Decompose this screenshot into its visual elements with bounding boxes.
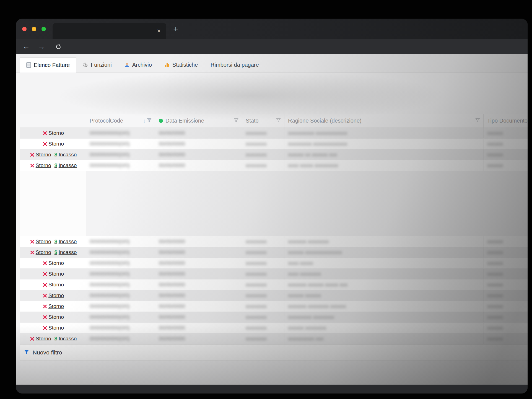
column-label: Tipo Documento <box>487 118 528 124</box>
incasso-link[interactable]: $Incasso <box>55 162 77 169</box>
filter-icon[interactable] <box>276 118 281 124</box>
storno-link[interactable]: Storno <box>43 260 64 266</box>
filter-icon[interactable] <box>234 118 238 124</box>
redacted-text: xxxxxxxx <box>246 152 267 158</box>
storno-link[interactable]: Storno <box>43 141 64 147</box>
column-tipo-documento[interactable]: Tipo Documento <box>484 114 528 128</box>
filter-icon[interactable] <box>475 118 480 124</box>
storno-link[interactable]: Storno <box>43 271 64 277</box>
sort-desc-icon[interactable]: ↓ <box>143 118 146 124</box>
reload-icon[interactable] <box>54 39 63 54</box>
minimize-window-button[interactable] <box>32 27 36 31</box>
cell-tipo-documento: xxxxxx <box>484 149 528 160</box>
redacted-text: xxxxxx <box>487 260 503 266</box>
forward-icon[interactable]: → <box>37 39 46 54</box>
filter-icon[interactable] <box>147 118 152 124</box>
redacted-text: 0000000000(0/0) <box>90 249 130 255</box>
column-ragione-sociale[interactable]: Ragione Sociale (descrizione) <box>284 114 484 128</box>
table-row: Storno0000000000(0/0)00/00/0000xxxxxxxxx… <box>20 301 528 312</box>
cell-protocolcode: 0000000000(0/0) <box>86 128 155 138</box>
maximize-window-button[interactable] <box>41 27 46 31</box>
cancel-x-icon <box>43 272 47 276</box>
tab-rimborsi-da-pagare[interactable]: Rimborsi da pagare <box>204 57 265 72</box>
action-label: Storno <box>48 141 64 147</box>
redacted-text: 00/00/0000 <box>159 271 185 277</box>
cell-ragione-sociale: xxxxxxx xxxxxx xxxxx xxx <box>284 279 484 290</box>
redacted-text: 0000000000(0/0) <box>90 336 130 342</box>
dollar-icon: $ <box>55 336 57 341</box>
browser-tab[interactable]: × <box>53 23 166 39</box>
new-tab-icon[interactable]: + <box>173 25 178 33</box>
dollar-icon: $ <box>55 163 57 168</box>
storno-link[interactable]: Storno <box>30 249 51 255</box>
cell-protocolcode: 0000000000(0/0) <box>86 269 155 279</box>
redacted-text: 0000000000(0/0) <box>90 325 130 331</box>
row-actions: Storno <box>20 323 86 333</box>
storno-link[interactable]: Storno <box>43 325 64 331</box>
table-header: ProtocolCode ↓ Data Emissione <box>20 114 528 128</box>
cell-data-emissione: 00/00/0000 <box>155 301 242 312</box>
storno-link[interactable]: Storno <box>43 303 64 309</box>
cancel-x-icon <box>30 240 34 244</box>
storno-link[interactable]: Storno <box>30 162 51 169</box>
cell-data-emissione: 00/00/0000 <box>155 333 242 344</box>
action-label: Storno <box>48 325 64 331</box>
cell-protocolcode: 0000000000(0/0) <box>86 160 155 171</box>
column-label: ProtocolCode <box>90 118 123 124</box>
tab-elenco-fatture[interactable]: Elenco Fatture <box>20 57 76 72</box>
storno-link[interactable]: Storno <box>43 282 64 288</box>
column-stato[interactable]: Stato <box>242 114 284 128</box>
table-row: Storno0000000000(0/0)00/00/0000xxxxxxxxx… <box>20 269 528 279</box>
cell-protocolcode: 0000000000(0/0) <box>86 258 155 268</box>
cell-tipo-documento: xxxxxx <box>484 333 528 344</box>
new-filter-row[interactable]: Nuovo filtro <box>20 344 528 361</box>
action-label: Storno <box>48 130 64 136</box>
cancel-x-icon <box>43 261 47 265</box>
redacted-text: xxxxxxxx <box>246 141 267 147</box>
incasso-link[interactable]: $Incasso <box>55 336 77 342</box>
tab-label: Archivio <box>132 62 152 68</box>
cancel-x-icon <box>30 250 34 255</box>
table-row: Storno0000000000(0/0)00/00/0000xxxxxxxxx… <box>20 279 528 290</box>
tab-archivio[interactable]: Archivio <box>118 57 158 72</box>
tab-label: Elenco Fatture <box>34 62 70 68</box>
incasso-link[interactable]: $Incasso <box>55 152 77 158</box>
cell-stato: xxxxxxxx <box>242 149 284 160</box>
incasso-link[interactable]: $Incasso <box>55 249 77 255</box>
storno-link[interactable]: Storno <box>43 292 64 299</box>
column-protocolcode[interactable]: ProtocolCode ↓ <box>86 114 155 128</box>
column-data-emissione[interactable]: Data Emissione <box>155 114 242 128</box>
storno-link[interactable]: Storno <box>30 152 51 158</box>
table-row: Storno0000000000(0/0)00/00/0000xxxxxxxxx… <box>20 128 528 139</box>
close-tab-icon[interactable]: × <box>157 28 161 34</box>
tab-funzioni[interactable]: Funzioni <box>76 57 118 72</box>
action-label: Storno <box>48 314 64 320</box>
cell-tipo-documento: xxxxxx <box>484 160 528 171</box>
redacted-text: xxxxxxxx <box>246 325 267 331</box>
dollar-icon: $ <box>55 152 57 157</box>
redacted-text: xxxx xxxxxxxx <box>288 271 321 277</box>
cell-protocolcode: 0000000000(0/0) <box>86 333 155 344</box>
close-window-button[interactable] <box>22 27 27 31</box>
incasso-link[interactable]: $Incasso <box>55 239 77 245</box>
storno-link[interactable]: Storno <box>30 239 51 245</box>
column-label: Data Emissione <box>165 118 204 124</box>
redacted-text: 00/00/0000 <box>159 314 185 320</box>
app-tab-bar: Elenco Fatture Funzioni Archivio <box>16 54 528 72</box>
cell-protocolcode: 0000000000(0/0) <box>86 323 155 333</box>
redacted-text: xxxxxx <box>487 271 503 277</box>
row-actions: Storno <box>20 139 86 149</box>
cell-data-emissione: 00/00/0000 <box>155 323 242 333</box>
storno-link[interactable]: Storno <box>43 314 64 320</box>
action-label: Incasso <box>59 249 77 255</box>
back-icon[interactable]: ← <box>22 39 31 54</box>
cell-tipo-documento: xxxxxx <box>484 301 528 312</box>
storno-link[interactable]: Storno <box>43 130 64 136</box>
dollar-icon: $ <box>55 250 57 255</box>
action-label: Storno <box>36 162 51 169</box>
cell-data-emissione: 00/00/0000 <box>155 312 242 322</box>
tab-statistiche[interactable]: Statistiche <box>158 57 204 72</box>
redacted-text: xxxxxx xxxxxxxx <box>288 325 326 331</box>
table-empty-gap <box>20 171 528 236</box>
storno-link[interactable]: Storno <box>30 336 51 342</box>
